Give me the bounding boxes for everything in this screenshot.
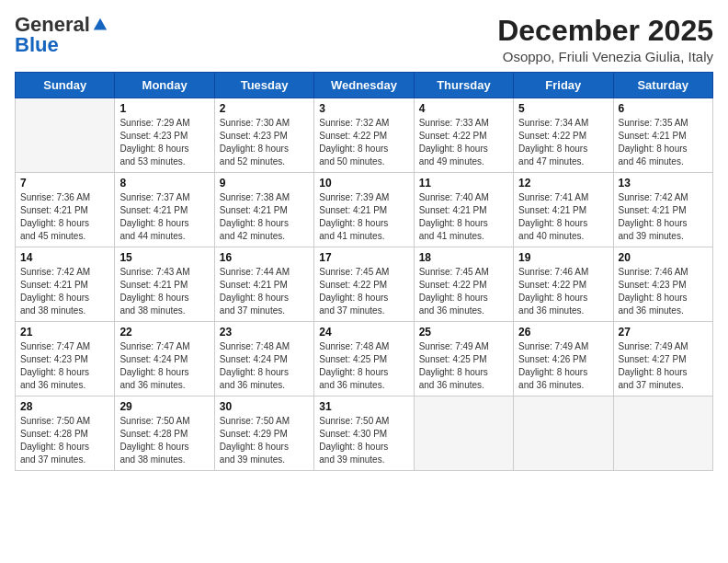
- day-number: 27: [619, 326, 708, 339]
- calendar-cell: 24Sunrise: 7:48 AMSunset: 4:25 PMDayligh…: [314, 322, 414, 396]
- calendar-day-header: Monday: [115, 73, 214, 98]
- calendar-cell: 20Sunrise: 7:46 AMSunset: 4:23 PMDayligh…: [613, 247, 712, 322]
- calendar-day-header: Wednesday: [314, 73, 414, 98]
- day-number: 31: [319, 400, 408, 413]
- day-number: 21: [20, 326, 109, 339]
- calendar-cell: 30Sunrise: 7:50 AMSunset: 4:29 PMDayligh…: [214, 396, 313, 471]
- day-number: 10: [319, 177, 408, 190]
- day-info: Sunrise: 7:49 AMSunset: 4:25 PMDaylight:…: [419, 340, 508, 392]
- day-info: Sunrise: 7:45 AMSunset: 4:22 PMDaylight:…: [419, 266, 508, 317]
- day-number: 22: [119, 326, 209, 339]
- calendar-cell: 27Sunrise: 7:49 AMSunset: 4:27 PMDayligh…: [613, 322, 712, 396]
- day-info: Sunrise: 7:45 AMSunset: 4:22 PMDaylight:…: [319, 266, 408, 317]
- day-info: Sunrise: 7:32 AMSunset: 4:22 PMDaylight:…: [319, 117, 408, 168]
- calendar-day-header: Tuesday: [214, 73, 313, 98]
- day-info: Sunrise: 7:50 AMSunset: 4:29 PMDaylight:…: [220, 415, 309, 466]
- calendar-day-header: Sunday: [16, 73, 115, 98]
- logo-icon: [92, 17, 108, 33]
- day-info: Sunrise: 7:37 AMSunset: 4:21 PMDaylight:…: [119, 191, 209, 243]
- day-info: Sunrise: 7:47 AMSunset: 4:24 PMDaylight:…: [119, 340, 209, 392]
- calendar-week-row: 7Sunrise: 7:36 AMSunset: 4:21 PMDaylight…: [16, 173, 713, 247]
- calendar-cell: [514, 396, 613, 471]
- calendar-cell: 12Sunrise: 7:41 AMSunset: 4:21 PMDayligh…: [514, 173, 613, 247]
- calendar-week-row: 1Sunrise: 7:29 AMSunset: 4:23 PMDaylight…: [16, 98, 713, 173]
- subtitle: Osoppo, Friuli Venezia Giulia, Italy: [497, 49, 713, 64]
- calendar-day-header: Saturday: [613, 73, 712, 98]
- day-number: 30: [220, 400, 309, 413]
- calendar-cell: 14Sunrise: 7:42 AMSunset: 4:21 PMDayligh…: [16, 247, 115, 322]
- day-number: 11: [419, 177, 508, 190]
- day-info: Sunrise: 7:36 AMSunset: 4:21 PMDaylight:…: [20, 191, 109, 243]
- day-info: Sunrise: 7:49 AMSunset: 4:26 PMDaylight:…: [518, 340, 608, 392]
- calendar-cell: 7Sunrise: 7:36 AMSunset: 4:21 PMDaylight…: [16, 173, 115, 247]
- day-number: 1: [119, 102, 209, 115]
- day-number: 7: [20, 177, 109, 190]
- day-number: 16: [220, 251, 309, 264]
- day-info: Sunrise: 7:44 AMSunset: 4:21 PMDaylight:…: [220, 266, 309, 317]
- calendar-cell: 17Sunrise: 7:45 AMSunset: 4:22 PMDayligh…: [314, 247, 414, 322]
- day-number: 3: [319, 102, 408, 115]
- day-info: Sunrise: 7:50 AMSunset: 4:30 PMDaylight:…: [319, 415, 408, 466]
- calendar-cell: 11Sunrise: 7:40 AMSunset: 4:21 PMDayligh…: [414, 173, 513, 247]
- calendar-cell: 22Sunrise: 7:47 AMSunset: 4:24 PMDayligh…: [115, 322, 214, 396]
- day-info: Sunrise: 7:46 AMSunset: 4:23 PMDaylight:…: [619, 266, 708, 317]
- day-number: 18: [419, 251, 508, 264]
- day-info: Sunrise: 7:29 AMSunset: 4:23 PMDaylight:…: [119, 117, 209, 168]
- calendar-day-header: Friday: [514, 73, 613, 98]
- calendar-cell: [414, 396, 513, 471]
- day-info: Sunrise: 7:38 AMSunset: 4:21 PMDaylight:…: [220, 191, 309, 243]
- calendar-cell: 13Sunrise: 7:42 AMSunset: 4:21 PMDayligh…: [613, 173, 712, 247]
- day-info: Sunrise: 7:40 AMSunset: 4:21 PMDaylight:…: [419, 191, 508, 243]
- day-number: 5: [518, 102, 608, 115]
- calendar-cell: 8Sunrise: 7:37 AMSunset: 4:21 PMDaylight…: [115, 173, 214, 247]
- calendar-cell: 15Sunrise: 7:43 AMSunset: 4:21 PMDayligh…: [115, 247, 214, 322]
- page-header: General Blue December 2025 Osoppo, Friul…: [15, 15, 713, 64]
- day-info: Sunrise: 7:41 AMSunset: 4:21 PMDaylight:…: [518, 191, 608, 243]
- day-info: Sunrise: 7:33 AMSunset: 4:22 PMDaylight:…: [419, 117, 508, 168]
- calendar-cell: 4Sunrise: 7:33 AMSunset: 4:22 PMDaylight…: [414, 98, 513, 173]
- day-number: 2: [220, 102, 309, 115]
- day-number: 15: [119, 251, 209, 264]
- day-number: 29: [119, 400, 209, 413]
- day-info: Sunrise: 7:47 AMSunset: 4:23 PMDaylight:…: [20, 340, 109, 392]
- calendar-cell: [16, 98, 115, 173]
- day-info: Sunrise: 7:48 AMSunset: 4:25 PMDaylight:…: [319, 340, 408, 392]
- day-number: 9: [220, 177, 309, 190]
- calendar-cell: 2Sunrise: 7:30 AMSunset: 4:23 PMDaylight…: [214, 98, 313, 173]
- day-number: 17: [319, 251, 408, 264]
- calendar-week-row: 28Sunrise: 7:50 AMSunset: 4:28 PMDayligh…: [16, 396, 713, 471]
- day-number: 6: [619, 102, 708, 115]
- day-number: 28: [20, 400, 109, 413]
- calendar-cell: 3Sunrise: 7:32 AMSunset: 4:22 PMDaylight…: [314, 98, 414, 173]
- calendar-cell: 5Sunrise: 7:34 AMSunset: 4:22 PMDaylight…: [514, 98, 613, 173]
- day-info: Sunrise: 7:43 AMSunset: 4:21 PMDaylight:…: [119, 266, 209, 317]
- calendar-cell: 28Sunrise: 7:50 AMSunset: 4:28 PMDayligh…: [16, 396, 115, 471]
- calendar-cell: 6Sunrise: 7:35 AMSunset: 4:21 PMDaylight…: [613, 98, 712, 173]
- calendar-table: SundayMondayTuesdayWednesdayThursdayFrid…: [15, 72, 713, 471]
- day-number: 8: [119, 177, 209, 190]
- day-info: Sunrise: 7:48 AMSunset: 4:24 PMDaylight:…: [220, 340, 309, 392]
- day-info: Sunrise: 7:46 AMSunset: 4:22 PMDaylight:…: [518, 266, 608, 317]
- day-info: Sunrise: 7:42 AMSunset: 4:21 PMDaylight:…: [20, 266, 109, 317]
- calendar-week-row: 14Sunrise: 7:42 AMSunset: 4:21 PMDayligh…: [16, 247, 713, 322]
- calendar-cell: 16Sunrise: 7:44 AMSunset: 4:21 PMDayligh…: [214, 247, 313, 322]
- calendar-cell: 29Sunrise: 7:50 AMSunset: 4:28 PMDayligh…: [115, 396, 214, 471]
- day-info: Sunrise: 7:42 AMSunset: 4:21 PMDaylight:…: [619, 191, 708, 243]
- day-number: 14: [20, 251, 109, 264]
- day-info: Sunrise: 7:39 AMSunset: 4:21 PMDaylight:…: [319, 191, 408, 243]
- day-info: Sunrise: 7:35 AMSunset: 4:21 PMDaylight:…: [619, 117, 708, 168]
- calendar-cell: 1Sunrise: 7:29 AMSunset: 4:23 PMDaylight…: [115, 98, 214, 173]
- day-info: Sunrise: 7:50 AMSunset: 4:28 PMDaylight:…: [20, 415, 109, 466]
- title-block: December 2025 Osoppo, Friuli Venezia Giu…: [497, 15, 713, 64]
- logo: General Blue: [15, 15, 108, 55]
- main-title: December 2025: [497, 15, 713, 47]
- day-number: 4: [419, 102, 508, 115]
- day-number: 20: [619, 251, 708, 264]
- day-info: Sunrise: 7:30 AMSunset: 4:23 PMDaylight:…: [220, 117, 309, 168]
- calendar-cell: 21Sunrise: 7:47 AMSunset: 4:23 PMDayligh…: [16, 322, 115, 396]
- day-info: Sunrise: 7:49 AMSunset: 4:27 PMDaylight:…: [619, 340, 708, 392]
- logo-blue-text: Blue: [15, 35, 59, 55]
- calendar-week-row: 21Sunrise: 7:47 AMSunset: 4:23 PMDayligh…: [16, 322, 713, 396]
- calendar-cell: 9Sunrise: 7:38 AMSunset: 4:21 PMDaylight…: [214, 173, 313, 247]
- day-info: Sunrise: 7:34 AMSunset: 4:22 PMDaylight:…: [518, 117, 608, 168]
